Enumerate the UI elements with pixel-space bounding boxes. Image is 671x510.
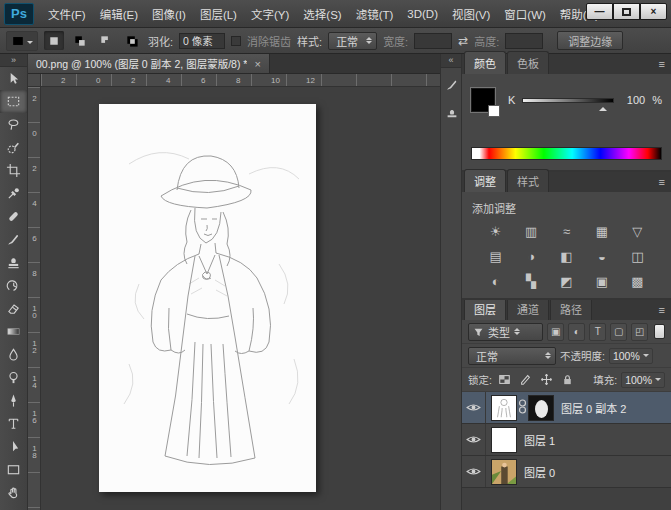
k-value[interactable]: 100 <box>621 94 645 106</box>
gradient-tool[interactable] <box>0 320 27 343</box>
color-ramp[interactable] <box>471 147 662 160</box>
menu-select[interactable]: 选择(S) <box>296 6 348 22</box>
lock-all-button[interactable] <box>559 372 576 388</box>
layer-mask-thumbnail[interactable] <box>528 395 554 421</box>
rectangle-tool[interactable] <box>0 458 27 481</box>
tab-paths[interactable]: 路径 <box>550 300 592 320</box>
collapse-tools-icon[interactable]: » <box>0 54 27 67</box>
document-tab[interactable]: 00.png @ 100% (图层 0 副本 2, 图层蒙版/8) * × <box>28 54 270 73</box>
rectangular-marquee-tool[interactable] <box>0 90 27 113</box>
filter-smart-objects-button[interactable]: ◰ <box>631 323 648 341</box>
adj-threshold-icon[interactable]: ◩ <box>549 271 584 291</box>
eraser-tool[interactable] <box>0 297 27 320</box>
antialias-checkbox[interactable] <box>231 36 241 46</box>
k-slider[interactable] <box>522 98 614 103</box>
tab-layers[interactable]: 图层 <box>464 300 506 320</box>
height-input[interactable] <box>505 33 543 49</box>
menu-view[interactable]: 视图(V) <box>445 6 497 22</box>
panel-menu-icon[interactable]: ≡ <box>659 58 665 70</box>
k-slider-handle[interactable] <box>599 103 607 111</box>
pen-tool[interactable] <box>0 389 27 412</box>
tab-adjustments[interactable]: 调整 <box>464 169 506 192</box>
adj-channel-mixer-icon[interactable]: ◫ <box>620 246 655 266</box>
panel-menu-icon[interactable]: ≡ <box>659 304 665 316</box>
menu-layer[interactable]: 图层(L) <box>193 6 244 22</box>
spot-healing-brush-tool[interactable] <box>0 205 27 228</box>
horizontal-type-tool[interactable] <box>0 412 27 435</box>
tool-preset-dropdown[interactable] <box>6 31 38 51</box>
visibility-toggle[interactable] <box>462 392 486 423</box>
maximize-button[interactable] <box>613 3 640 20</box>
adj-hue-saturation-icon[interactable]: ▤ <box>478 246 513 266</box>
clone-source-panel-icon[interactable] <box>441 102 462 126</box>
visibility-toggle[interactable] <box>462 456 486 487</box>
brush-tool[interactable] <box>0 228 27 251</box>
swap-dimensions-icon[interactable]: ⇄ <box>458 34 468 48</box>
layer-name[interactable]: 图层 0 <box>524 464 555 480</box>
mask-link-icon[interactable] <box>518 396 527 420</box>
adj-curves-icon[interactable]: ≈ <box>549 221 584 241</box>
tab-close-icon[interactable]: × <box>254 58 260 70</box>
layer-thumbnail[interactable] <box>491 427 517 453</box>
move-tool[interactable] <box>0 67 27 90</box>
expand-dock-icon[interactable]: « <box>441 54 461 68</box>
add-to-selection-button[interactable] <box>70 31 90 50</box>
filter-adjustment-layers-button[interactable]: ◐ <box>568 323 585 341</box>
adj-photo-filter-icon[interactable]: ◒ <box>584 246 619 266</box>
adj-gradient-map-icon[interactable]: ▩ <box>620 271 655 291</box>
new-selection-button[interactable] <box>44 31 64 50</box>
adj-black-white-icon[interactable]: ◧ <box>549 246 584 266</box>
panel-menu-icon[interactable]: ≡ <box>659 176 665 188</box>
layer-row[interactable]: 图层 0 副本 2 <box>462 392 671 424</box>
tab-styles[interactable]: 样式 <box>507 169 549 192</box>
feather-input[interactable] <box>179 33 225 49</box>
eyedropper-tool[interactable] <box>0 182 27 205</box>
adj-posterize-icon[interactable]: ▚ <box>513 271 548 291</box>
intersect-selection-button[interactable] <box>122 31 142 50</box>
fill-value[interactable]: 100% <box>621 372 665 388</box>
menu-window[interactable]: 窗口(W) <box>497 6 553 22</box>
tab-channels[interactable]: 通道 <box>507 300 549 320</box>
adj-selective-color-icon[interactable]: ▣ <box>584 271 619 291</box>
adj-levels-icon[interactable]: ▥ <box>513 221 548 241</box>
history-brush-tool[interactable] <box>0 274 27 297</box>
adj-brightness-contrast-icon[interactable]: ☀ <box>478 221 513 241</box>
opacity-value[interactable]: 100% <box>609 348 653 364</box>
visibility-toggle[interactable] <box>462 424 486 455</box>
layer-name[interactable]: 图层 1 <box>524 432 555 448</box>
ruler-origin-corner[interactable] <box>28 74 41 87</box>
layer-row[interactable]: 图层 1 <box>462 424 671 456</box>
subtract-from-selection-button[interactable] <box>96 31 116 50</box>
foreground-color-swatch[interactable] <box>471 88 495 112</box>
width-input[interactable] <box>414 33 452 49</box>
menu-3d[interactable]: 3D(D) <box>400 8 445 20</box>
minimize-button[interactable]: — <box>586 3 613 20</box>
crop-tool[interactable] <box>0 159 27 182</box>
close-button[interactable]: × <box>640 3 667 20</box>
blend-mode-dropdown[interactable]: 正常 <box>468 347 556 365</box>
pasteboard[interactable] <box>41 87 440 510</box>
menu-filter[interactable]: 滤镜(T) <box>349 6 401 22</box>
filter-shape-layers-button[interactable]: ▢ <box>610 323 627 341</box>
layer-thumbnail[interactable] <box>491 395 517 421</box>
layer-thumbnail[interactable] <box>491 459 517 485</box>
refine-edge-button[interactable]: 调整边缘 <box>557 31 623 50</box>
layer-filter-dropdown[interactable]: 类型 <box>468 323 543 341</box>
path-selection-tool[interactable] <box>0 435 27 458</box>
tab-color[interactable]: 颜色 <box>464 51 506 74</box>
menu-file[interactable]: 文件(F) <box>41 6 93 22</box>
clone-stamp-tool[interactable] <box>0 251 27 274</box>
style-dropdown[interactable]: 正常 <box>328 32 377 50</box>
adj-color-balance-icon[interactable]: ◑ <box>513 246 548 266</box>
filter-type-layers-button[interactable]: T <box>589 323 606 341</box>
lock-image-button[interactable] <box>517 372 534 388</box>
layer-row[interactable]: 图层 0 <box>462 456 671 488</box>
lock-position-button[interactable] <box>538 372 555 388</box>
menu-type[interactable]: 文字(Y) <box>244 6 296 22</box>
adj-invert-icon[interactable]: ◐ <box>478 271 513 291</box>
brush-panel-icon[interactable] <box>441 73 462 97</box>
menu-image[interactable]: 图像(I) <box>145 6 193 22</box>
photoshop-logo[interactable]: Ps <box>4 3 34 25</box>
layer-name[interactable]: 图层 0 副本 2 <box>561 400 626 416</box>
hand-tool[interactable] <box>0 481 27 504</box>
